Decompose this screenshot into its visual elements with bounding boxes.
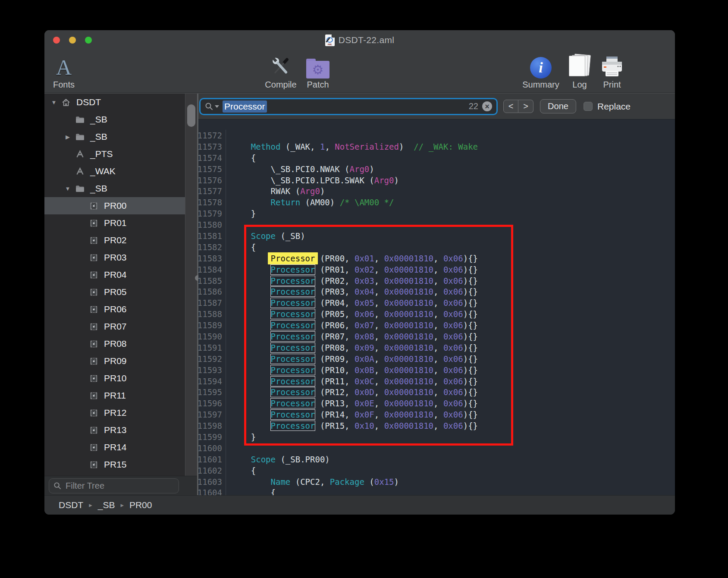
- tree-item-label: PR02: [104, 235, 127, 245]
- patch-icon: ⚙: [306, 53, 329, 79]
- code-text: {: [226, 242, 256, 252]
- tree-item-pr03[interactable]: PR03: [44, 249, 185, 266]
- tree-item-_sb[interactable]: _SB: [44, 111, 185, 128]
- code-text: Processor (PR03, 0x04, 0x00001810, 0x06)…: [226, 287, 478, 296]
- code-line: 11584 Processor (PR01, 0x02, 0x00001810,…: [198, 264, 675, 275]
- line-number: 11574: [198, 152, 226, 163]
- chip-icon: [87, 340, 100, 348]
- search-match-current: Processor: [268, 252, 318, 264]
- chip-icon: [87, 323, 100, 331]
- tree-item-pr14[interactable]: PR14: [44, 439, 185, 456]
- tree-item-pr04[interactable]: PR04: [44, 266, 185, 283]
- tree-item-pr08[interactable]: PR08: [44, 335, 185, 352]
- code-text: Processor (PR06, 0x07, 0x00001810, 0x06)…: [226, 320, 478, 330]
- tree-item-label: PR13: [104, 425, 127, 435]
- code-line: 11577 RWAK (Arg0): [198, 185, 675, 197]
- breadcrumb-item-dsdt[interactable]: DSDT: [59, 500, 83, 510]
- find-input[interactable]: Processor 22 ×: [199, 98, 498, 115]
- zoom-window-button[interactable]: [85, 37, 92, 44]
- print-label: Print: [603, 80, 621, 90]
- tree-item-pr06[interactable]: PR06: [44, 301, 185, 318]
- code-text: Method (_WAK, 1, NotSerialized) // _WAK:…: [226, 142, 478, 151]
- search-match: Processor: [271, 320, 315, 330]
- breadcrumb-item-sb[interactable]: _SB: [98, 500, 115, 510]
- line-number: 11588: [198, 308, 226, 320]
- tree-item-pr09[interactable]: PR09: [44, 352, 185, 370]
- match-count: 22: [469, 101, 478, 111]
- tree-item-_sb[interactable]: ▶_SB: [44, 128, 185, 145]
- line-number: 11594: [198, 376, 226, 387]
- tree-item-label: PR09: [104, 356, 127, 366]
- print-button[interactable]: Print: [586, 53, 638, 90]
- line-number: 11595: [198, 386, 226, 398]
- code-editor[interactable]: 1157211573 Method (_WAK, 1, NotSerialize…: [198, 119, 675, 495]
- find-bar: Processor 22 × < > Done Replace: [198, 94, 675, 119]
- patch-button[interactable]: ⚙ Patch: [292, 53, 344, 90]
- tree-item-pr12[interactable]: PR12: [44, 404, 185, 421]
- line-number: 11591: [198, 342, 226, 353]
- code-line: 11578 Return (AM00) /* \AM00 */: [198, 197, 675, 208]
- search-match: Processor: [271, 343, 315, 352]
- tree-item-pr02[interactable]: PR02: [44, 232, 185, 249]
- window-title: DSDT-22.aml: [339, 35, 394, 45]
- tree-item-pr13[interactable]: PR13: [44, 421, 185, 439]
- code-line: 11595 Processor (PR12, 0x0D, 0x00001810,…: [198, 386, 675, 398]
- search-menu-button[interactable]: [205, 102, 219, 111]
- filter-bar: Filter Tree: [44, 476, 197, 495]
- disclosure-open-icon[interactable]: ▼: [63, 185, 73, 192]
- code-text: {: [226, 488, 276, 495]
- search-icon: [205, 102, 213, 111]
- code-text: }: [226, 432, 256, 442]
- document-icon: AML: [325, 35, 335, 46]
- tree-item-label: PR11: [104, 390, 126, 401]
- line-number: 11572: [198, 130, 226, 141]
- tree-item-_sb[interactable]: ▼_SB: [44, 180, 185, 197]
- tree-item-pr01[interactable]: PR01: [44, 214, 185, 232]
- tree-item-_wak[interactable]: _WAK: [44, 163, 185, 180]
- line-number: 11577: [198, 185, 226, 197]
- search-match: Processor: [271, 309, 315, 319]
- code-text: Processor (PR11, 0x0C, 0x00001810, 0x06)…: [226, 377, 478, 386]
- tree-item-pr07[interactable]: PR07: [44, 318, 185, 335]
- disclosure-open-icon[interactable]: ▼: [49, 99, 59, 106]
- code-line: 11582 {: [198, 242, 675, 253]
- sidebar-scrollbar[interactable]: [185, 94, 197, 476]
- chip-icon: [87, 271, 100, 279]
- close-window-button[interactable]: [53, 37, 60, 44]
- code-text: \_SB.PCI0.NWAK (Arg0): [226, 164, 374, 174]
- search-match: Processor: [271, 332, 315, 341]
- clear-search-button[interactable]: ×: [482, 101, 492, 111]
- folder-icon: [73, 133, 87, 141]
- line-number: 11592: [198, 353, 226, 364]
- tree-item-pr05[interactable]: PR05: [44, 283, 185, 301]
- tree-item-dsdt[interactable]: ▼DSDT: [44, 94, 185, 111]
- tree-item-_pts[interactable]: _PTS: [44, 145, 185, 163]
- line-number: 11597: [198, 409, 226, 420]
- chip-icon: [87, 357, 100, 365]
- match-nav-segment: < >: [503, 100, 533, 113]
- code-line: 11585 Processor (PR02, 0x03, 0x00001810,…: [198, 275, 675, 286]
- filter-tree-input[interactable]: Filter Tree: [49, 478, 179, 493]
- line-number: 11580: [198, 219, 226, 230]
- tree-item-pr10[interactable]: PR10: [44, 370, 185, 387]
- line-number: 11601: [198, 454, 226, 465]
- minimize-window-button[interactable]: [69, 37, 76, 44]
- previous-match-button[interactable]: <: [503, 100, 518, 113]
- fonts-button[interactable]: A Fonts: [44, 53, 90, 90]
- next-match-button[interactable]: >: [518, 100, 533, 113]
- code-text: \_SB.PCI0.LPCB.SWAK (Arg0): [226, 176, 399, 185]
- sidebar-scrollbar-thumb[interactable]: [187, 104, 195, 127]
- tree-item-label: PR10: [104, 373, 127, 383]
- done-button[interactable]: Done: [540, 99, 576, 113]
- tree-item-label: PR01: [104, 218, 127, 228]
- tree-item-label: PR00: [104, 201, 127, 211]
- breadcrumb-item-pr00[interactable]: PR00: [129, 500, 152, 510]
- replace-checkbox[interactable]: [584, 102, 593, 111]
- breadcrumb-separator-icon: ▸: [120, 501, 124, 509]
- tree-item-pr11[interactable]: PR11: [44, 387, 185, 404]
- disclosure-closed-icon[interactable]: ▶: [63, 134, 73, 140]
- method-icon: [73, 167, 87, 175]
- search-match: Processor: [271, 421, 315, 430]
- tree-item-pr15[interactable]: PR15: [44, 456, 185, 473]
- tree-item-pr00[interactable]: PR00: [44, 197, 185, 214]
